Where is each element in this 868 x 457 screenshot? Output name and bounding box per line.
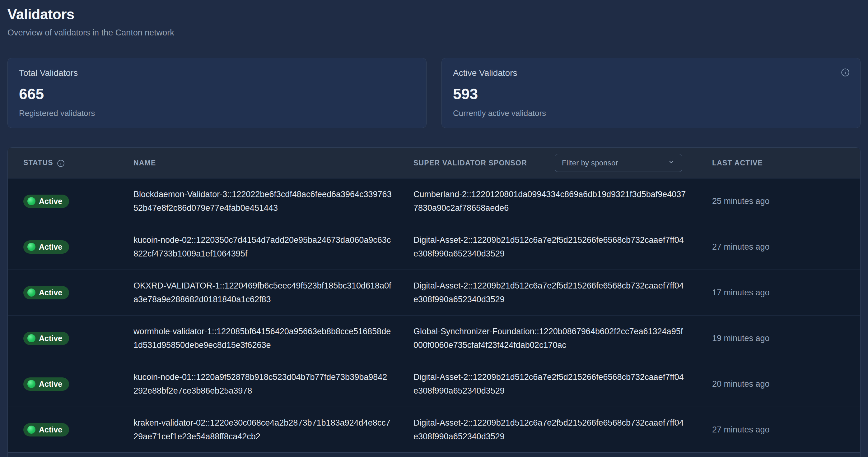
- active-dot-icon: [27, 289, 35, 297]
- sponsor-name: Digital-Asset-2::12209b21d512c6a7e2f5d21…: [413, 370, 687, 398]
- column-header-last-active: LAST ACTIVE: [712, 159, 845, 167]
- validators-table: STATUS NAME SUPER VALIDATOR SPONSOR Filt…: [7, 148, 861, 457]
- table-body: Active Blockdaemon-Validator-3::122022be…: [8, 178, 860, 453]
- table-row: Active kucoin-node-02::1220350c7d4154d7a…: [8, 224, 860, 270]
- active-dot-icon: [27, 197, 35, 205]
- stat-description: Registered validators: [19, 108, 415, 118]
- status-label: Active: [39, 197, 62, 206]
- table-row: Active kucoin-node-01::1220a9f52878b918c…: [8, 361, 860, 407]
- status-label: Active: [39, 242, 62, 252]
- sponsor-filter-value: Filter by sponsor: [562, 159, 618, 167]
- stat-card-total-validators: Total Validators 665 Registered validato…: [7, 58, 427, 128]
- validator-name: kraken-validator-02::1220e30c068ce4a2b28…: [133, 416, 392, 443]
- column-label-last-active: LAST ACTIVE: [712, 159, 763, 167]
- last-active-cell: 27 minutes ago: [712, 425, 845, 435]
- sponsor-name: Digital-Asset-2::12209b21d512c6a7e2f5d21…: [413, 233, 687, 261]
- table-row: Active Blockdaemon-Validator-3::122022be…: [8, 178, 860, 224]
- info-icon[interactable]: [841, 68, 850, 77]
- last-active-cell: 20 minutes ago: [712, 379, 845, 389]
- sponsor-cell: Cumberland-2::1220120801da0994334c869a6d…: [413, 188, 712, 215]
- status-cell: Active: [23, 286, 133, 299]
- status-cell: Active: [23, 423, 133, 436]
- column-label-sponsor: SUPER VALIDATOR SPONSOR: [413, 159, 527, 167]
- validators-page: Validators Overview of validators in the…: [0, 0, 868, 457]
- next-row-sliver: [8, 453, 860, 457]
- stat-label: Active Validators: [453, 68, 849, 78]
- status-label: Active: [39, 380, 62, 389]
- sponsor-name: Digital-Asset-2::12209b21d512c6a7e2f5d21…: [413, 279, 687, 306]
- name-cell: kucoin-node-02::1220350c7d4154d7add20e95…: [133, 233, 413, 261]
- stat-label: Total Validators: [19, 68, 415, 78]
- last-active-cell: 19 minutes ago: [712, 334, 845, 343]
- stat-value: 665: [19, 86, 415, 102]
- last-active-cell: 27 minutes ago: [712, 242, 845, 252]
- validator-name: OKXRD-VALIDATOR-1::1220469fb6c5eec49f523…: [133, 279, 392, 306]
- sponsor-cell: Digital-Asset-2::12209b21d512c6a7e2f5d21…: [413, 416, 712, 443]
- status-badge: Active: [23, 332, 69, 345]
- column-header-name: NAME: [133, 159, 413, 167]
- stats-row: Total Validators 665 Registered validato…: [7, 58, 861, 128]
- status-label: Active: [39, 334, 62, 343]
- status-label: Active: [39, 288, 62, 297]
- last-active-cell: 25 minutes ago: [712, 196, 845, 206]
- active-dot-icon: [27, 334, 35, 342]
- last-active-cell: 17 minutes ago: [712, 288, 845, 297]
- table-row: Active wormhole-validator-1::122085bf641…: [8, 316, 860, 361]
- stat-card-active-validators: Active Validators 593 Currently active v…: [441, 58, 861, 128]
- validator-name: wormhole-validator-1::122085bf64156420a9…: [133, 325, 392, 352]
- status-cell: Active: [23, 332, 133, 345]
- status-cell: Active: [23, 378, 133, 391]
- table-header-row: STATUS NAME SUPER VALIDATOR SPONSOR Filt…: [8, 148, 860, 178]
- stat-description: Currently active validators: [453, 108, 849, 118]
- status-badge: Active: [23, 240, 69, 254]
- sponsor-cell: Digital-Asset-2::12209b21d512c6a7e2f5d21…: [413, 370, 712, 398]
- name-cell: kucoin-node-01::1220a9f52878b918c523d04b…: [133, 370, 413, 398]
- name-cell: Blockdaemon-Validator-3::122022be6f3cdf4…: [133, 188, 413, 215]
- status-badge: Active: [23, 378, 69, 391]
- column-header-sponsor: SUPER VALIDATOR SPONSOR Filter by sponso…: [413, 154, 712, 172]
- column-label-name: NAME: [133, 159, 156, 167]
- info-icon[interactable]: [57, 159, 65, 167]
- column-label-status: STATUS: [23, 159, 53, 167]
- status-label: Active: [39, 425, 62, 434]
- status-badge: Active: [23, 195, 69, 208]
- status-cell: Active: [23, 195, 133, 208]
- sponsor-name: Cumberland-2::1220120801da0994334c869a6d…: [413, 188, 687, 215]
- active-dot-icon: [27, 380, 35, 388]
- validator-name: kucoin-node-01::1220a9f52878b918c523d04b…: [133, 370, 392, 398]
- page-subtitle: Overview of validators in the Canton net…: [7, 27, 861, 38]
- name-cell: OKXRD-VALIDATOR-1::1220469fb6c5eec49f523…: [133, 279, 413, 306]
- sponsor-name: Global-Synchronizer-Foundation::1220b086…: [413, 325, 687, 352]
- validator-name: Blockdaemon-Validator-3::122022be6f3cdf4…: [133, 188, 392, 215]
- stat-value: 593: [453, 86, 849, 102]
- status-cell: Active: [23, 240, 133, 254]
- sponsor-cell: Global-Synchronizer-Foundation::1220b086…: [413, 325, 712, 352]
- table-row: Active OKXRD-VALIDATOR-1::1220469fb6c5ee…: [8, 270, 860, 316]
- validator-name: kucoin-node-02::1220350c7d4154d7add20e95…: [133, 233, 392, 261]
- sponsor-filter-dropdown[interactable]: Filter by sponsor: [555, 154, 682, 172]
- active-dot-icon: [27, 426, 35, 434]
- name-cell: kraken-validator-02::1220e30c068ce4a2b28…: [133, 416, 413, 443]
- status-badge: Active: [23, 286, 69, 299]
- page-title: Validators: [7, 6, 861, 22]
- name-cell: wormhole-validator-1::122085bf64156420a9…: [133, 325, 413, 352]
- chevron-down-icon: [668, 158, 675, 168]
- sponsor-name: Digital-Asset-2::12209b21d512c6a7e2f5d21…: [413, 416, 687, 443]
- active-dot-icon: [27, 243, 35, 251]
- sponsor-cell: Digital-Asset-2::12209b21d512c6a7e2f5d21…: [413, 233, 712, 261]
- table-row: Active kraken-validator-02::1220e30c068c…: [8, 407, 860, 453]
- column-header-status: STATUS: [23, 159, 133, 167]
- status-badge: Active: [23, 423, 69, 436]
- sponsor-cell: Digital-Asset-2::12209b21d512c6a7e2f5d21…: [413, 279, 712, 306]
